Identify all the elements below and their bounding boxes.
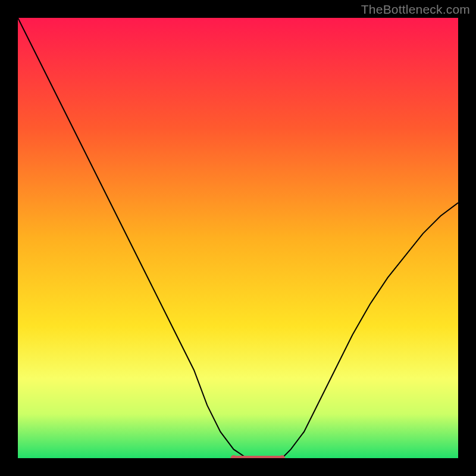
trough-bar — [234, 456, 282, 458]
gradient-background — [18, 18, 458, 458]
plot-area — [18, 18, 458, 458]
attribution-text: TheBottleneck.com — [361, 2, 470, 17]
chart-frame: TheBottleneck.com — [0, 0, 476, 476]
plot-svg — [18, 18, 458, 458]
